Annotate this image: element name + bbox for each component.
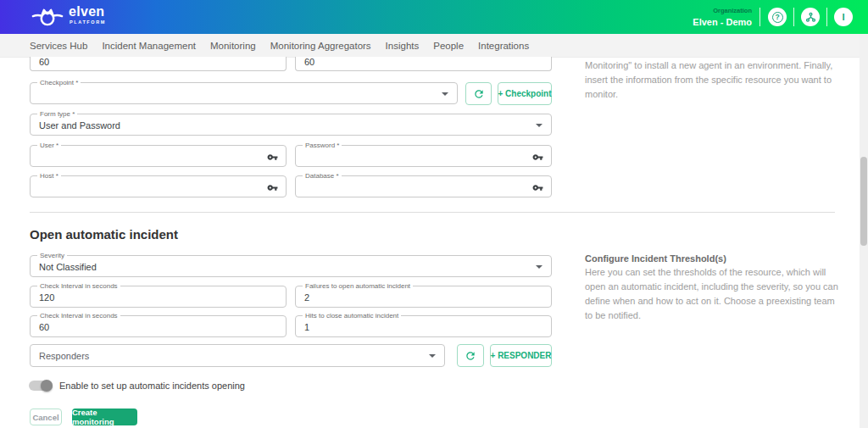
interval-input-left[interactable]: 60 [30,57,287,71]
database-field[interactable]: Database * [295,175,552,197]
failures-to-open-field[interactable]: Failures to open automatic incident 2 [295,286,552,308]
refresh-checkpoint-button[interactable] [465,82,492,105]
hits-to-close-field[interactable]: Hits to close automatic incident 1 [295,315,552,337]
create-monitoring-button[interactable]: Create monitoring [72,409,137,425]
header-separator [826,8,827,26]
interval-input-right[interactable]: 60 [295,57,552,71]
header-separator [793,8,794,26]
host-field[interactable]: Host * [30,175,287,197]
check-interval-close-label: Check Interval in seconds [37,312,120,320]
chevron-down-icon [429,354,436,358]
brand-name: elven [69,4,106,19]
user-avatar[interactable]: I [834,8,853,26]
form-type-label: Form type * [37,110,77,118]
main-nav: Services Hub Incident Management Monitor… [0,34,868,58]
interval-left-value: 60 [39,57,49,67]
incident-section-title: Open automatic incident [30,227,178,242]
organization-block: Organization Elven - Demo [693,6,752,27]
organization-switch-button[interactable] [801,8,820,26]
toggle-knob [41,380,53,392]
key-icon [532,152,543,163]
user-initial: I [842,12,844,22]
add-checkpoint-button[interactable]: + Checkpoint [498,82,552,105]
nav-item-monitoring-aggregators[interactable]: Monitoring Aggregators [270,41,371,51]
nav-item-people[interactable]: People [433,41,464,51]
threshold-help-title: Configure Incident Threshold(s) [585,253,726,264]
check-interval-open-field[interactable]: Check Interval in seconds 120 [30,286,287,308]
password-label: Password * [303,142,342,149]
user-field[interactable]: User * [30,145,287,167]
threshold-help-text: Here you can set the thresholds of the r… [585,265,839,323]
brand-text: elven PLATFORM [69,4,106,25]
form-type-value: User and Password [39,120,120,131]
hits-to-close-value: 1 [304,322,309,332]
automatic-incidents-toggle-label: Enable to set up automatic incidents ope… [59,381,245,391]
chevron-down-icon [442,92,448,96]
key-icon [267,152,278,163]
organization-name: Elven - Demo [693,17,752,27]
organization-label: Organization [693,6,752,16]
cancel-button[interactable]: Cancel [30,409,62,425]
refresh-icon [473,88,485,100]
password-field[interactable]: Password * [295,145,552,167]
nav-item-monitoring[interactable]: Monitoring [210,41,256,51]
form-type-select[interactable]: Form type * User and Password [30,114,552,136]
add-responder-button[interactable]: + RESPONDER [490,344,552,367]
brand-logo[interactable]: elven PLATFORM [31,4,106,28]
automatic-incidents-toggle[interactable] [29,381,53,391]
key-icon [532,182,543,193]
severity-label: Severity [37,252,67,259]
hits-to-close-label: Hits to close automatic incident [303,312,401,320]
interval-right-value: 60 [304,57,314,67]
failures-to-open-label: Failures to open automatic incident [303,282,413,290]
nav-item-services-hub[interactable]: Services Hub [30,41,87,51]
severity-value: Not Classified [39,262,97,272]
resource-help-text: Monitoring" to install a new agent in an… [585,58,839,102]
check-interval-open-label: Check Interval in seconds [37,282,120,290]
page: elven PLATFORM Organization Elven - Demo… [0,0,868,428]
app-header: elven PLATFORM Organization Elven - Demo… [0,0,868,34]
refresh-icon [465,350,476,362]
failures-to-open-value: 2 [304,292,309,303]
header-separator [760,8,760,26]
chevron-down-icon [536,124,542,127]
refresh-responders-button[interactable] [457,344,484,367]
database-label: Database * [303,172,342,180]
chevron-down-icon [536,265,542,269]
scrollbar-track[interactable] [860,34,868,428]
checkpoint-label: Checkpoint * [37,79,81,86]
severity-select[interactable]: Severity Not Classified [30,255,552,277]
nav-item-integrations[interactable]: Integrations [478,41,529,51]
brand-subtitle: PLATFORM [70,19,106,25]
host-label: Host * [37,172,61,180]
checkpoint-select[interactable]: Checkpoint * [30,82,458,104]
help-button[interactable]: ? [768,8,787,26]
owl-logo-icon [31,6,64,28]
scrollbar-thumb[interactable] [860,157,867,246]
sitemap-icon [805,12,816,23]
check-interval-open-value: 120 [39,292,54,303]
check-interval-close-value: 60 [39,322,49,332]
key-icon [267,182,278,193]
responders-select[interactable]: Responders [30,344,445,367]
responders-value: Responders [39,351,89,361]
user-label: User * [37,142,61,149]
help-icon: ? [772,12,783,23]
section-divider [30,212,835,213]
nav-item-incident-management[interactable]: Incident Management [102,41,196,51]
nav-item-insights[interactable]: Insights [386,41,420,51]
check-interval-close-field[interactable]: Check Interval in seconds 60 [30,315,287,337]
